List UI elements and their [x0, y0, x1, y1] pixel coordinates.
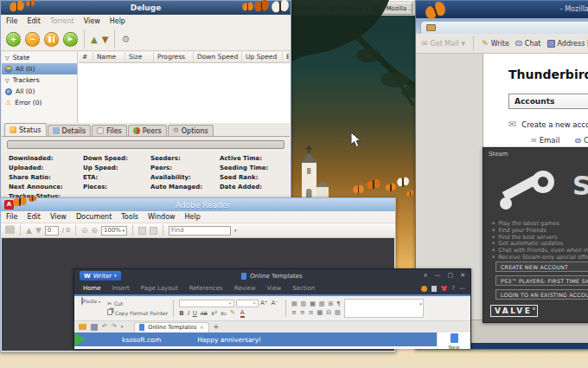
sort-button[interactable]: ▨ — [335, 309, 341, 316]
chat-link[interactable]: Chat — [575, 136, 588, 145]
add-torrent-button[interactable]: + — [6, 32, 21, 47]
login-existing-button[interactable]: LOGIN TO AN EXISTING ACCOUNT — [495, 289, 588, 300]
paste-button[interactable]: Paste ▾ — [78, 298, 104, 319]
borders-button[interactable]: ⊞ — [328, 300, 333, 307]
thunderbird-mail-tab[interactable] — [420, 21, 588, 34]
align-right-button[interactable]: ≡ — [309, 309, 314, 316]
zoom-in-icon[interactable]: ⊕ — [91, 227, 98, 235]
create-account-link[interactable]: ✉ Create a new account — [508, 119, 588, 129]
menu-help[interactable]: Help — [185, 213, 201, 221]
new-document-icon[interactable] — [431, 286, 437, 292]
tab-status[interactable]: Status — [4, 123, 47, 136]
align-left-button[interactable]: ≡ — [291, 309, 297, 316]
column-progress[interactable]: Progress — [154, 52, 194, 62]
tab-review[interactable]: Review — [234, 285, 256, 292]
subscript-button[interactable]: x₂ — [220, 310, 227, 317]
more-icon[interactable]: — — [459, 286, 465, 292]
maximize-icon[interactable]: ▢ — [448, 273, 454, 279]
adobe-titlebar[interactable]: A Adobe Reader — [1, 198, 395, 211]
skin-icon[interactable] — [441, 286, 447, 291]
tab-details[interactable]: Details — [48, 125, 92, 136]
queue-up-button[interactable]: ▲ — [91, 35, 98, 44]
write-button[interactable]: ✎ Write — [482, 40, 509, 48]
grow-font-button[interactable]: A⁺ — [260, 300, 267, 307]
new-template-item[interactable]: New — [437, 332, 470, 349]
underline-button[interactable]: U — [193, 310, 197, 317]
line-spacing-button[interactable]: ⊟ — [326, 309, 331, 316]
font-name-select[interactable]: ▾ — [179, 300, 234, 307]
column-up-speed[interactable]: Up Speed — [242, 52, 283, 62]
document-tab[interactable]: Online Templates ✕ — [134, 322, 208, 332]
close-icon[interactable]: ✕ — [460, 273, 465, 279]
state-header[interactable]: ▽ State — [2, 52, 77, 63]
column-down-speed[interactable]: Down Speed — [194, 52, 242, 62]
bold-button[interactable]: B — [179, 310, 183, 317]
menu-document[interactable]: Document — [76, 213, 112, 221]
indent-increase-button[interactable]: ▧ — [319, 300, 325, 307]
writer-titlebar[interactable]: W Writer ▾ Online Templates ∧ — ▢ ✕ — [74, 269, 470, 282]
tab-section[interactable]: Section — [292, 285, 315, 292]
pause-torrent-button[interactable] — [44, 32, 59, 47]
collapse-ribbon-icon[interactable]: ∧ — [423, 273, 427, 279]
numbering-button[interactable]: ▥ — [301, 300, 307, 307]
tab-home[interactable]: Home — [83, 285, 101, 292]
address-book-button[interactable]: Address Book — [547, 40, 588, 48]
email-link[interactable]: ✉Email — [531, 136, 559, 145]
sticky-note-icon[interactable] — [138, 227, 146, 235]
chat-button[interactable]: Chat — [515, 40, 541, 48]
document-area[interactable]: ksosoft.com Happy anniversary! New — [74, 332, 470, 349]
undo-icon[interactable]: ↶ — [102, 324, 107, 330]
superscript-button[interactable]: x² — [211, 310, 217, 317]
tab-page-layout[interactable]: Page Layout — [141, 285, 178, 292]
sidebar-item-state-all[interactable]: All (0) — [2, 63, 77, 74]
column-name[interactable]: Name — [93, 52, 125, 62]
format-painter-button[interactable]: Format Painter — [130, 310, 168, 316]
menu-tools[interactable]: Tools — [121, 213, 138, 221]
find-input[interactable] — [169, 226, 231, 236]
writer-app-button[interactable]: W Writer ▾ — [80, 271, 121, 281]
next-page-icon[interactable]: ▼ — [35, 227, 42, 235]
trackers-header[interactable]: ▽ Trackers — [2, 74, 77, 86]
new-tab-icon[interactable]: + — [214, 324, 220, 331]
resume-torrent-button[interactable]: ▶ — [63, 32, 78, 47]
tab-files[interactable]: Files — [92, 125, 127, 136]
shrink-font-button[interactable]: A⁻ — [271, 300, 278, 307]
column-eta[interactable]: ETA — [283, 52, 290, 62]
highlight-icon[interactable] — [150, 227, 157, 235]
menu-edit[interactable]: Edit — [27, 213, 41, 221]
menu-file[interactable]: File — [6, 213, 17, 221]
menu-edit[interactable]: Edit — [27, 17, 41, 25]
sidebar-item-trackers-error[interactable]: ⚠ Error (0) — [2, 97, 77, 108]
cut-button[interactable]: ✂Cut — [107, 300, 168, 307]
queue-down-button[interactable]: ▼ — [102, 35, 109, 44]
bullets-button[interactable]: ▤ — [291, 300, 297, 307]
redo-icon[interactable]: ↷ — [112, 324, 117, 330]
indent-decrease-button[interactable]: ▦ — [310, 300, 316, 307]
italic-button[interactable]: I — [188, 310, 189, 317]
find-options-icon[interactable]: ▾ — [234, 229, 237, 233]
page-number-input[interactable] — [45, 226, 59, 236]
previous-page-icon[interactable]: ▲ — [26, 227, 32, 235]
column-number[interactable]: # — [79, 52, 93, 62]
copy-button[interactable]: Copy Format Painter — [107, 309, 168, 316]
account-icon[interactable] — [421, 286, 427, 292]
close-tab-icon[interactable]: ✕ — [200, 326, 203, 330]
help-icon[interactable]: ? — [451, 286, 455, 292]
remove-torrent-button[interactable]: − — [25, 32, 40, 47]
save-icon[interactable] — [91, 324, 98, 331]
tab-options[interactable]: ⚙Options — [168, 125, 214, 136]
highlight-button[interactable]: ✎ — [230, 310, 235, 316]
tab-view[interactable]: View — [267, 285, 282, 292]
zoom-level-select[interactable]: 100% ▾ — [101, 226, 127, 236]
font-size-select[interactable]: ▾ — [236, 300, 259, 307]
get-mail-button[interactable]: ✉ Get Mail ▾ — [421, 40, 465, 48]
tab-peers[interactable]: Peers — [128, 125, 167, 136]
show-marks-button[interactable]: ¶ — [336, 300, 340, 307]
strikethrough-button[interactable]: AB — [201, 310, 208, 316]
font-color-button[interactable]: A — [240, 309, 245, 318]
style-gallery[interactable]: ▾ — [344, 299, 424, 318]
create-account-button[interactable]: CREATE NEW ACCOUNT — [495, 261, 588, 272]
minimize-icon[interactable]: — — [435, 273, 441, 279]
tab-insert[interactable]: Insert — [112, 285, 130, 292]
menu-view[interactable]: View — [50, 213, 67, 221]
